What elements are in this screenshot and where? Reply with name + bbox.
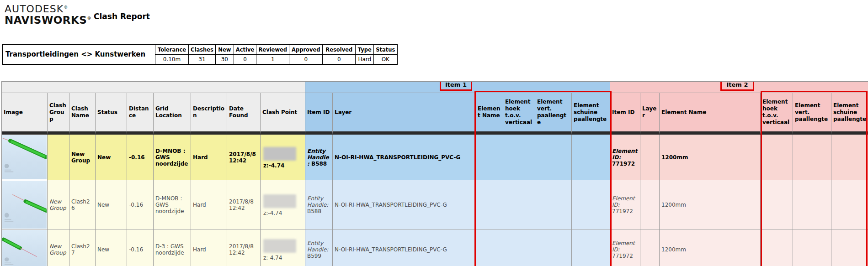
item1-label-badge: Item 1 [440, 82, 472, 91]
col-header-new: New [215, 44, 234, 55]
cell-clash-group [48, 135, 69, 180]
cell-item2-vert [793, 229, 831, 266]
cell-item1-vert [535, 135, 572, 180]
col-header-status: Status [96, 93, 127, 135]
col-header-image: Image [2, 93, 48, 135]
cell-item2-id: Element ID: 771972 [610, 135, 640, 180]
col-header-item1-id: Item ID [305, 93, 333, 135]
col-header-clash-name: Clash Name [69, 93, 96, 135]
value-tolerance: 0.10m [155, 55, 189, 65]
col-header-item1-element-name: Element Name [476, 93, 503, 135]
item2-band: Item 2 [610, 82, 868, 93]
value-clashes: 31 [189, 55, 216, 65]
col-header-item2-id: Item ID [610, 93, 640, 135]
cell-clash-point: z:-4.74 [261, 229, 305, 266]
cell-item2-id: Element ID: 771972 [610, 180, 640, 229]
value-approved: 0 [289, 55, 323, 65]
cell-date-found: 2017/8/8 12:42 [227, 229, 261, 266]
logo-line-navisworks: NAVISWORKS® [5, 15, 91, 26]
cell-item2-schuin [831, 229, 868, 266]
cell-status: New [96, 135, 127, 180]
col-header-clash-group: Clash Group [48, 93, 69, 135]
clash-results-table: Item 1 Item 2 Image Clash Group Clash Na… [2, 82, 868, 266]
summary-header-row: Transportleidingen <> Kunstwerken Tolera… [3, 44, 397, 55]
col-header-item2-element-name: Element Name [660, 93, 761, 135]
cell-item1-hoek [503, 229, 535, 266]
value-status: OK [374, 55, 398, 65]
cell-item2-element-name: 1200mm [660, 180, 761, 229]
cell-image [2, 135, 48, 180]
watermark-icon [5, 213, 13, 222]
cell-status: New [96, 229, 127, 266]
cell-clash-name: Clash26 [69, 180, 96, 229]
clash-point-z: z:-4.74 [263, 255, 303, 261]
cell-clash-name: New Group [69, 135, 96, 180]
cell-clash-group: New Group [48, 180, 69, 229]
cell-description: Hard [191, 229, 227, 266]
clash-pipe-graphic [2, 230, 47, 266]
col-header-reviewed: Reviewed [256, 44, 289, 55]
col-header-description: Description [191, 93, 227, 135]
value-new: 30 [215, 55, 234, 65]
clash-pipe-graphic [2, 135, 47, 179]
cell-item2-id: Element ID: 771972 [610, 229, 640, 266]
col-header-item2-layer: Layer [640, 93, 660, 135]
cell-clash-name: Clash27 [69, 229, 96, 266]
cell-image [2, 229, 48, 266]
item2-label-badge: Item 2 [720, 82, 754, 91]
clash-test-summary-table: Transportleidingen <> Kunstwerken Tolera… [2, 44, 398, 65]
cell-item1-schuin [572, 229, 610, 266]
cell-item1-id: Entity Handle: B588 [305, 135, 333, 180]
page-title: Clash Report [94, 12, 150, 21]
cell-item1-id: Entity Handle: B588 [305, 180, 333, 229]
cell-clash-group: New Group [48, 229, 69, 266]
clash-report-page: AUTODESK® NAVISWORKS® Clash Report Trans… [0, 0, 868, 266]
col-header-approved: Approved [289, 44, 323, 55]
table-row-group: New Group New -0.16 D-MNOB : GWS noordzi… [2, 135, 868, 180]
registered-mark-icon: ® [64, 5, 68, 10]
autodesk-navisworks-logo: AUTODESK® NAVISWORKS® [5, 4, 91, 26]
clash-pipe-graphic [2, 181, 47, 229]
cell-item1-element-name [476, 229, 503, 266]
col-header-clashes: Clashes [189, 44, 216, 55]
table-row-clash27: New Group Clash27 New -0.16 D-3 : GWS no… [2, 229, 868, 266]
cell-grid-location: D-3 : GWS noordzijde [154, 229, 191, 266]
watermark-icon [5, 257, 13, 265]
cell-distance: -0.16 [127, 135, 154, 180]
cell-item1-element-name [476, 135, 503, 180]
cell-item2-element-name: 1200mm [660, 135, 761, 180]
watermark-icon [5, 164, 13, 172]
cell-item1-schuin [572, 180, 610, 229]
value-type: Hard [356, 55, 374, 65]
cell-item1-layer: N-OI-RI-HWA_TRANSPORTLEIDING_PVC-G [333, 135, 476, 180]
cell-item1-element-name [476, 180, 503, 229]
column-header-row: Image Clash Group Clash Name Status Dist… [2, 93, 868, 135]
clash-point-z: z:-4.74 [263, 162, 303, 169]
clash-thumbnail-image [2, 181, 47, 229]
col-header-clash-point: Clash Point [261, 93, 305, 135]
logo-navisworks-text: NAVISWORKS [5, 14, 87, 26]
clash-point-z: z:-4.74 [263, 210, 303, 216]
col-header-item2-hoek: Element hoek t.o.v. verticaal [761, 93, 793, 135]
item-band-row: Item 1 Item 2 [2, 82, 868, 93]
cell-item1-hoek [503, 180, 535, 229]
cell-clash-point: z:-4.74 [261, 180, 305, 229]
cell-item1-hoek [503, 135, 535, 180]
col-header-item1-schuin: Element schuine paallengte [572, 93, 610, 135]
cell-image [2, 180, 48, 229]
clash-test-name: Transportleidingen <> Kunstwerken [3, 44, 155, 64]
cell-item2-schuin [831, 135, 868, 180]
cell-item1-layer: N-OI-RI-HWA_TRANSPORTLEIDING_PVC-G [333, 180, 476, 229]
col-header-grid-location: Grid Location [154, 93, 191, 135]
cell-item2-layer [640, 135, 660, 180]
col-header-item1-vert: Element vert. paallengte [535, 93, 572, 135]
cell-item2-vert [793, 180, 831, 229]
cell-grid-location: D-MNOB : GWS noordzijde [154, 135, 191, 180]
value-reviewed: 1 [256, 55, 289, 65]
cell-status: New [96, 180, 127, 229]
cell-date-found: 2017/8/8 12:42 [227, 180, 261, 229]
cell-item2-vert [793, 135, 831, 180]
col-header-active: Active [234, 44, 256, 55]
clash-thumbnail-image [2, 230, 47, 266]
logo-line-autodesk: AUTODESK® [5, 4, 91, 15]
